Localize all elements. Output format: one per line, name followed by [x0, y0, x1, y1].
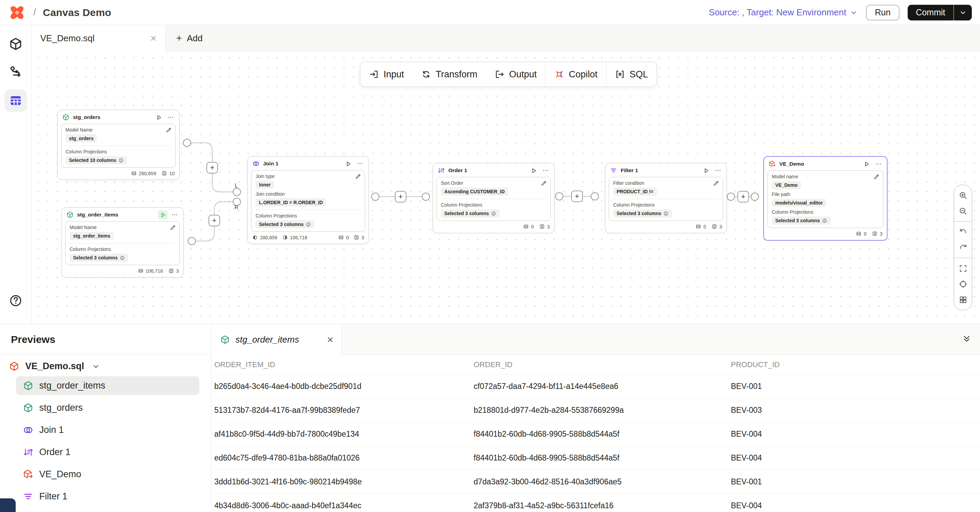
add-step-button[interactable]: + [571, 190, 583, 202]
file-tab-active[interactable]: VE_Demo.sql × [32, 25, 166, 51]
node-join-1[interactable]: Join 1 ⋯ Join type Inner Join condition … [247, 156, 369, 244]
more-button[interactable]: ⋯ [171, 211, 179, 219]
rail-models-button[interactable] [5, 33, 27, 55]
model-name-chip: stg_order_items [70, 232, 114, 240]
table-row[interactable]: 4b34d8d6-3006-4b0c-aaad-b40ef1a344ec 2af… [212, 494, 980, 512]
tree-item-join-1[interactable]: Join 1 [16, 421, 199, 439]
tree-item-order-1[interactable]: Order 1 [16, 443, 199, 461]
more-button[interactable]: ⋯ [356, 160, 364, 167]
column-header[interactable]: PRODUCT_ID [731, 360, 980, 369]
play-button[interactable] [154, 113, 164, 122]
close-preview-icon[interactable]: × [327, 334, 333, 345]
node-config-card[interactable]: Model name VE_Demo File path models/visu… [767, 170, 883, 228]
node-config-card[interactable]: Sort Order Ascending CUSTOMER_ID Column … [436, 177, 551, 221]
add-step-button[interactable]: + [737, 191, 749, 203]
play-button[interactable] [343, 159, 353, 168]
node-config-card[interactable]: Model Name stg_orders Column Projections… [61, 124, 176, 168]
cell-product-id: BEV-001 [731, 477, 980, 487]
more-button[interactable]: ⋯ [714, 167, 722, 174]
rail-table-button[interactable] [5, 89, 27, 112]
node-filter-1[interactable]: Filter 1 ⋯ Filter condition PRODUCT_ID !… [605, 163, 727, 233]
undo-button[interactable] [955, 224, 970, 239]
preview-data-table[interactable]: ORDER_ITEM_ID ORDER_ID PRODUCT_ID b265d0… [212, 355, 980, 512]
overview-button[interactable] [955, 292, 970, 308]
commit-split-button[interactable]: Commit [908, 5, 972, 21]
edit-icon[interactable] [165, 127, 172, 133]
fit-view-button[interactable] [955, 260, 970, 276]
chat-widget[interactable] [0, 498, 16, 512]
tree-item-ve-demo-sql[interactable]: VE_Demo.sql [6, 357, 199, 376]
table-row[interactable]: 513173b7-82d4-4176-aa7f-99b8389fede7 b21… [212, 398, 980, 422]
tree-item-stg-orders[interactable]: stg_orders [16, 398, 199, 417]
chevron-down-icon[interactable] [91, 362, 100, 371]
field-label: Model Name [70, 225, 175, 230]
node-config-card[interactable]: Model Name stg_order_items Column Projec… [65, 221, 180, 265]
column-header[interactable]: ORDER_ID [474, 360, 731, 369]
tree-item-stg-order-items[interactable]: stg_order_items [16, 376, 199, 395]
toolbar-transform-button[interactable]: Transform [412, 62, 486, 87]
edit-icon[interactable] [713, 180, 719, 187]
redo-button[interactable] [955, 239, 970, 255]
commit-button-label[interactable]: Commit [908, 5, 953, 21]
toolbar-output-button[interactable]: Output [486, 62, 545, 87]
info-icon[interactable] [822, 218, 827, 223]
toolbar-input-button[interactable]: Input [360, 62, 412, 87]
toolbar-copilot-button[interactable]: Copilot [546, 62, 606, 87]
node-title: VE_Demo [780, 161, 804, 167]
previews-panel: Previews VE_Demo.sql stg_order_items stg… [0, 324, 980, 512]
node-stg-order-items[interactable]: stg_order_items ⋯ Model Name stg_order_i… [61, 207, 184, 277]
edit-icon[interactable] [355, 173, 361, 180]
tree-item-ve-demo[interactable]: VE_Demo [16, 465, 199, 484]
sql-icon [615, 69, 625, 79]
node-ve-demo[interactable]: VE_Demo ⋯ Model name VE_Demo File path m… [763, 156, 888, 241]
play-button[interactable] [529, 166, 538, 175]
model-name-chip: VE_Demo [772, 181, 801, 189]
collapse-panel-button[interactable] [962, 334, 972, 345]
node-stg-orders[interactable]: stg_orders ⋯ Model Name stg_orders Colum… [57, 110, 180, 180]
info-icon[interactable] [491, 211, 496, 216]
table-row[interactable]: ed604c75-dfe9-4780-81ba-b88a0fa01026 f84… [212, 446, 980, 470]
close-tab-icon[interactable]: × [150, 33, 157, 44]
run-button[interactable]: Run [866, 5, 899, 21]
node-config-card[interactable]: Join type Inner Join condition L.ORDER_I… [251, 170, 365, 232]
add-step-button[interactable]: + [208, 215, 220, 226]
node-order-1[interactable]: Order 1 ⋯ Sort Order Ascending CUSTOMER_… [433, 163, 555, 233]
add-tab-button[interactable]: + Add [166, 25, 213, 51]
info-icon[interactable] [120, 255, 125, 260]
edit-icon[interactable] [170, 224, 176, 231]
field-label: Model name [772, 174, 879, 179]
table-row[interactable]: b265d0a4-3c46-4ae4-b0db-dcbe25df901d cf0… [212, 375, 980, 398]
dbt-logo-icon[interactable] [9, 5, 25, 21]
add-step-button[interactable]: + [395, 191, 406, 203]
add-step-button[interactable]: + [207, 162, 218, 173]
more-button[interactable]: ⋯ [542, 167, 550, 174]
chevron-down-icon [959, 8, 967, 17]
grid-icon [958, 295, 968, 304]
more-button[interactable]: ⋯ [167, 114, 175, 121]
canvas[interactable]: Input Transform Output Copilot [32, 51, 980, 324]
rail-lineage-button[interactable] [5, 61, 27, 84]
center-button[interactable] [955, 276, 970, 292]
table-row[interactable]: af41b8c0-9f5d-44d9-bb7d-7800c49be134 f84… [212, 422, 980, 446]
column-header[interactable]: ORDER_ITEM_ID [214, 360, 474, 369]
info-icon[interactable] [306, 222, 311, 227]
table-row[interactable]: 3ddd1b6d-3021-4f16-b09c-980214b9498e d7d… [212, 470, 980, 494]
node-config-card[interactable]: Filter condition PRODUCT_ID != Column Pr… [609, 177, 723, 221]
edit-icon[interactable] [873, 173, 880, 180]
edit-icon[interactable] [541, 180, 547, 187]
sql-label: SQL [630, 69, 648, 80]
environment-selector[interactable]: Source: , Target: New Environment [709, 7, 858, 18]
more-button[interactable]: ⋯ [875, 160, 882, 168]
commit-dropdown-button[interactable] [953, 5, 972, 21]
help-button[interactable] [9, 294, 22, 309]
play-button[interactable] [862, 160, 871, 168]
info-icon[interactable] [663, 211, 668, 216]
preview-tab-active[interactable]: stg_order_items × [212, 324, 342, 355]
info-icon[interactable] [118, 158, 124, 163]
tree-item-filter-1[interactable]: Filter 1 [16, 487, 199, 506]
play-button[interactable] [701, 166, 711, 175]
toolbar-sql-button[interactable]: SQL [606, 62, 657, 87]
play-button[interactable] [158, 210, 167, 219]
zoom-out-button[interactable] [955, 203, 970, 219]
zoom-in-button[interactable] [955, 187, 970, 203]
